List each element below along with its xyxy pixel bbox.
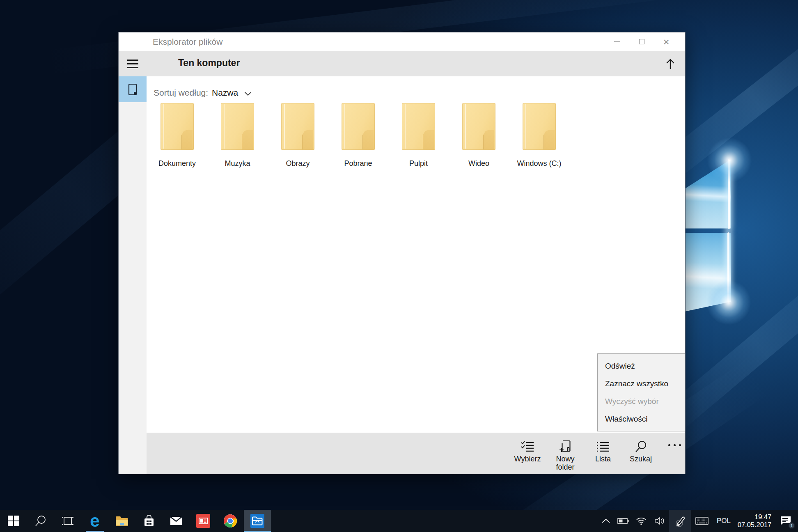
up-button[interactable] bbox=[663, 57, 678, 71]
folder-item-windows-c[interactable]: Windows (C:) bbox=[509, 102, 569, 168]
tray-date: 07.05.2017 bbox=[738, 521, 772, 528]
folder-label: Pobrane bbox=[344, 159, 372, 168]
folder-grid: Dokumenty Muzyka Obrazy Pobrane Pulpit bbox=[147, 102, 685, 168]
system-tray: POL 19:47 07.05.2017 1 bbox=[598, 510, 796, 532]
mail-icon bbox=[170, 516, 183, 526]
folder-item-dokumenty[interactable]: Dokumenty bbox=[147, 102, 207, 168]
battery-icon bbox=[617, 518, 629, 524]
folder-item-obrazy[interactable]: Obrazy bbox=[268, 102, 328, 168]
tray-overflow-button[interactable] bbox=[598, 510, 614, 532]
action-center-button[interactable]: 1 bbox=[776, 510, 796, 532]
search-icon bbox=[34, 515, 47, 527]
language-indicator[interactable]: POL bbox=[713, 510, 735, 532]
minimize-icon bbox=[614, 41, 620, 42]
close-icon: × bbox=[663, 37, 669, 47]
taskbar-file-explorer-app-button[interactable] bbox=[244, 510, 271, 532]
nav-rail bbox=[119, 76, 147, 474]
folder-icon bbox=[221, 103, 254, 150]
sort-dropdown[interactable]: Sortuj według: Nazwa bbox=[147, 76, 685, 101]
notification-badge: 1 bbox=[788, 522, 795, 529]
up-arrow-icon bbox=[665, 58, 676, 70]
sort-value: Nazwa bbox=[212, 88, 238, 98]
taskbar-store-button[interactable] bbox=[135, 510, 163, 532]
folder-icon bbox=[462, 103, 495, 150]
windows-logo-icon bbox=[7, 515, 20, 527]
chevron-down-icon bbox=[244, 92, 252, 96]
close-button[interactable]: × bbox=[654, 32, 679, 51]
folder-label: Obrazy bbox=[286, 159, 310, 168]
taskbar-file-explorer-button[interactable] bbox=[108, 510, 135, 532]
menu-item-clear-selection: Wyczyść wybór bbox=[598, 392, 685, 410]
search-icon bbox=[634, 440, 647, 453]
tray-time: 19:47 bbox=[754, 513, 771, 521]
folder-icon bbox=[161, 103, 194, 150]
touch-keyboard-button[interactable] bbox=[691, 510, 713, 532]
select-button[interactable]: Wybierz bbox=[509, 438, 546, 463]
wifi-icon bbox=[636, 517, 647, 525]
chevron-up-icon bbox=[601, 518, 610, 523]
folder-label: Muzyka bbox=[225, 159, 250, 168]
list-icon bbox=[596, 441, 610, 453]
start-button[interactable] bbox=[0, 510, 27, 532]
battery-indicator[interactable] bbox=[614, 510, 632, 532]
folder-item-pobrane[interactable]: Pobrane bbox=[328, 102, 388, 168]
nav-item-this-pc[interactable] bbox=[119, 76, 147, 102]
folder-icon bbox=[281, 103, 314, 150]
taskbar-chrome-button[interactable] bbox=[217, 510, 244, 532]
wallpaper-flare bbox=[707, 138, 752, 183]
pen-icon bbox=[674, 514, 686, 527]
folder-label: Wideo bbox=[468, 159, 489, 168]
file-explorer-window: Eksplorator plików × Ten komputer bbox=[118, 32, 686, 474]
clock[interactable]: 19:47 07.05.2017 bbox=[735, 510, 776, 532]
file-explorer-icon bbox=[115, 515, 129, 527]
search-button[interactable]: Szukaj bbox=[622, 438, 660, 463]
minimize-button[interactable] bbox=[605, 32, 629, 51]
folder-label: Pulpit bbox=[409, 159, 428, 168]
taskbar-mail-button[interactable] bbox=[163, 510, 190, 532]
taskbar-edge-button[interactable]: e bbox=[81, 510, 108, 532]
task-view-icon bbox=[61, 515, 75, 527]
taskbar-search-button[interactable] bbox=[27, 510, 54, 532]
wallpaper-flare bbox=[706, 280, 751, 325]
new-folder-button[interactable]: Nowy folder bbox=[546, 438, 584, 471]
this-pc-folder-icon bbox=[127, 83, 138, 96]
maximize-button[interactable] bbox=[629, 32, 654, 51]
folder-icon bbox=[402, 103, 435, 150]
folder-item-pulpit[interactable]: Pulpit bbox=[388, 102, 449, 168]
folder-label: Windows (C:) bbox=[517, 159, 561, 168]
store-icon bbox=[143, 515, 155, 527]
more-options-button[interactable] bbox=[663, 444, 686, 446]
maximize-icon bbox=[639, 39, 644, 44]
chrome-icon bbox=[223, 514, 237, 528]
edge-icon: e bbox=[90, 513, 99, 529]
list-view-button[interactable]: Lista bbox=[584, 438, 622, 463]
title-bar: Eksplorator plików × bbox=[119, 32, 685, 51]
taskbar-apps: e bbox=[0, 510, 271, 532]
select-icon bbox=[521, 440, 534, 453]
file-explorer-app-icon bbox=[250, 514, 265, 528]
menu-item-select-all[interactable]: Zaznacz wszystko bbox=[598, 375, 685, 392]
folder-item-muzyka[interactable]: Muzyka bbox=[207, 102, 268, 168]
new-folder-icon bbox=[559, 439, 572, 453]
volume-indicator[interactable] bbox=[650, 510, 669, 532]
news-icon bbox=[196, 514, 211, 528]
command-bar: Wybierz Nowy folder Lista bbox=[147, 433, 685, 474]
folder-icon bbox=[523, 103, 556, 150]
menu-item-properties[interactable]: Właściwości bbox=[598, 410, 685, 428]
taskbar-news-button[interactable] bbox=[190, 510, 217, 532]
context-menu: Odśwież Zaznacz wszystko Wyczyść wybór W… bbox=[597, 353, 685, 431]
hamburger-menu-button[interactable] bbox=[119, 51, 147, 76]
folder-icon bbox=[342, 103, 375, 150]
network-indicator[interactable] bbox=[632, 510, 650, 532]
task-view-button[interactable] bbox=[54, 510, 81, 532]
keyboard-icon bbox=[695, 517, 709, 525]
menu-item-refresh[interactable]: Odśwież bbox=[598, 357, 685, 375]
taskbar: e bbox=[0, 510, 798, 532]
folder-item-wideo[interactable]: Wideo bbox=[449, 102, 509, 168]
volume-icon bbox=[654, 516, 665, 525]
sort-label: Sortuj według: bbox=[154, 88, 208, 98]
folder-label: Dokumenty bbox=[158, 159, 196, 168]
page-title: Ten komputer bbox=[178, 57, 240, 69]
windows-ink-button[interactable] bbox=[669, 510, 691, 532]
app-header: Ten komputer bbox=[119, 51, 685, 76]
